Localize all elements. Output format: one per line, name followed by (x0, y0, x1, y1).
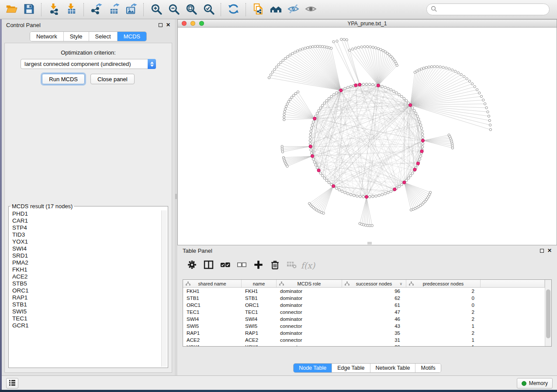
ring-node[interactable] (398, 185, 401, 188)
ring-node[interactable] (368, 196, 371, 198)
mcds-node[interactable] (309, 145, 312, 148)
ring-node[interactable] (365, 83, 368, 86)
mcds-node[interactable] (413, 168, 416, 171)
ring-node[interactable] (344, 191, 346, 194)
ring-node[interactable] (316, 112, 318, 115)
ring-node[interactable] (315, 164, 317, 166)
leaf-node[interactable] (287, 100, 290, 103)
ring-node[interactable] (309, 142, 311, 145)
mcds-node[interactable] (311, 155, 314, 158)
ring-node[interactable] (409, 175, 412, 177)
ring-node[interactable] (384, 193, 387, 195)
ring-node[interactable] (368, 83, 371, 86)
leaf-node[interactable] (463, 76, 465, 78)
leaf-node[interactable] (285, 105, 287, 107)
cell-successor-nodes[interactable]: 43 (342, 323, 406, 330)
network-canvas[interactable] (178, 28, 557, 245)
leaf-node[interactable] (489, 124, 491, 126)
leaf-node[interactable] (485, 107, 488, 109)
ring-node[interactable] (344, 87, 346, 90)
leaf-node[interactable] (357, 46, 360, 48)
leaf-node[interactable] (451, 147, 453, 149)
ring-node[interactable] (411, 172, 414, 175)
search-field[interactable] (426, 3, 550, 15)
table-row[interactable]: ACE2ACE2connector311 (183, 337, 545, 344)
ring-node[interactable] (381, 85, 384, 88)
leaf-node[interactable] (410, 209, 412, 211)
cell-predecessor-nodes[interactable]: 2 (406, 330, 481, 337)
leaf-node[interactable] (471, 83, 473, 85)
ring-node[interactable] (420, 127, 423, 129)
cell-shared-name[interactable]: STB1 (183, 295, 242, 302)
leaf-node[interactable] (294, 51, 296, 53)
leaf-node[interactable] (430, 65, 432, 68)
network-graph[interactable] (178, 28, 557, 245)
task-history-button[interactable] (6, 378, 18, 389)
leaf-node[interactable] (271, 71, 273, 73)
leaf-node[interactable] (296, 50, 298, 52)
leaf-node[interactable] (488, 115, 490, 117)
apply-layout-button[interactable] (225, 2, 241, 17)
ring-node[interactable] (387, 191, 390, 194)
leaf-node[interactable] (425, 66, 427, 69)
ring-node[interactable] (417, 118, 420, 120)
leaf-node[interactable] (309, 46, 311, 48)
mcds-result-list[interactable]: PHD1CAR1STP4TID3YOX1SWI4SRD1PMA2FKH1ACE2… (10, 210, 161, 367)
zoom-out-button[interactable] (166, 2, 181, 17)
leaf-node[interactable] (476, 89, 478, 91)
table-row[interactable]: FKH1FKH1dominator962 (183, 288, 545, 295)
leaf-node[interactable] (488, 119, 491, 121)
leaf-node[interactable] (484, 103, 486, 105)
leaf-node[interactable] (283, 116, 285, 118)
ring-node[interactable] (328, 97, 330, 100)
ring-node[interactable] (338, 189, 341, 191)
ring-node[interactable] (311, 124, 314, 126)
ring-node[interactable] (415, 112, 417, 115)
deselect-all-button[interactable] (234, 258, 249, 272)
delete-column-button[interactable] (267, 258, 282, 272)
ring-node[interactable] (411, 107, 414, 110)
go-home-button[interactable] (268, 2, 284, 17)
leaf-node[interactable] (346, 38, 348, 41)
ring-node[interactable] (349, 193, 352, 196)
cell-shared-name[interactable]: SWI5 (183, 323, 242, 330)
zoom-fit-button[interactable] (183, 2, 199, 17)
cell-MCDS-role[interactable]: dominator (277, 295, 342, 302)
ring-node[interactable] (310, 127, 313, 129)
leaf-node[interactable] (289, 54, 291, 56)
leaf-node[interactable] (482, 99, 484, 101)
leaf-node[interactable] (487, 111, 489, 113)
ring-node[interactable] (419, 155, 422, 158)
table-row[interactable]: SWI5SWI5connector431 (183, 323, 545, 330)
leaf-node[interactable] (291, 52, 294, 55)
leaf-node[interactable] (282, 59, 284, 62)
ring-node[interactable] (309, 133, 312, 136)
ring-node[interactable] (349, 85, 352, 88)
leaf-node[interactable] (311, 45, 314, 48)
ring-node[interactable] (419, 158, 421, 161)
ring-node[interactable] (321, 104, 324, 107)
table-row[interactable]: SWI4SWI4dominator462 (183, 316, 545, 323)
cell-predecessor-nodes[interactable]: 0 (406, 295, 481, 302)
mcds-node[interactable] (332, 185, 335, 188)
table-row[interactable]: YOX1YOX1connector291 (183, 344, 545, 346)
leaf-node[interactable] (280, 61, 282, 63)
ring-node[interactable] (405, 100, 408, 102)
mcds-node[interactable] (420, 150, 423, 153)
horizontal-splitter-grip[interactable] (367, 242, 372, 244)
ring-node[interactable] (309, 136, 311, 139)
ring-node[interactable] (323, 102, 326, 104)
gear-button[interactable] (184, 258, 199, 272)
leaf-node[interactable] (283, 118, 285, 120)
add-column-button[interactable] (251, 258, 266, 272)
mcds-result-item[interactable]: SRD1 (10, 252, 161, 259)
ring-node[interactable] (319, 107, 322, 110)
cell-predecessor-nodes[interactable]: 2 (406, 316, 481, 323)
column-header-MCDS-role[interactable]: MCDS role (277, 280, 342, 287)
mcds-node[interactable] (416, 162, 419, 165)
cell-shared-name[interactable]: ACE2 (183, 337, 242, 344)
leaf-node[interactable] (420, 68, 422, 70)
hide-selected-button[interactable] (285, 2, 301, 17)
ring-node[interactable] (356, 195, 359, 197)
cell-predecessor-nodes[interactable]: 2 (406, 309, 481, 316)
